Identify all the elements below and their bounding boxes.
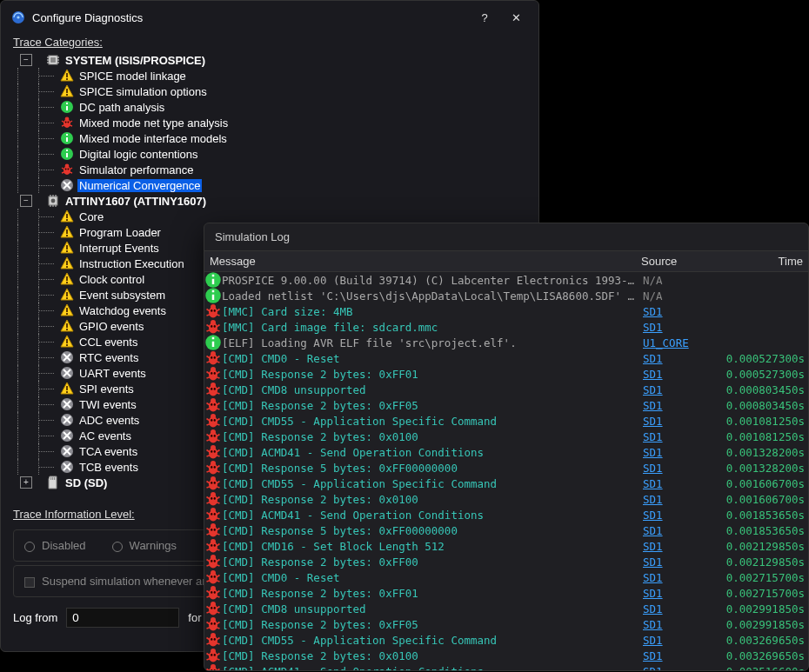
log-row[interactable]: [CMD] ACMD41 - Send Operation Conditions… <box>204 444 808 460</box>
tree-node-label: UART events <box>77 367 148 380</box>
log-row[interactable]: [CMD] CMD16 - Set Block Length 512SD10.0… <box>204 538 808 554</box>
log-source-link[interactable]: SD1 <box>643 634 663 647</box>
bug-icon <box>204 428 222 445</box>
log-message: [CMD] Response 2 bytes: 0xFF01 <box>222 587 643 600</box>
log-row[interactable]: PROSPICE 9.00.00 (Build 39714) (C) Labce… <box>204 272 808 288</box>
log-message: [CMD] Response 2 bytes: 0x0100 <box>222 430 643 443</box>
tree-node-label: CCL events <box>77 336 139 349</box>
log-col-message[interactable]: Message <box>204 251 636 271</box>
log-source-link[interactable]: SD1 <box>643 493 663 506</box>
log-row[interactable]: [ELF] Loading AVR ELF file 'src\project.… <box>204 335 808 350</box>
log-time: 0.002991850s <box>723 602 808 615</box>
tree-child[interactable]: Mixed mode net type analysis <box>6 115 533 130</box>
log-source-link[interactable]: SD1 <box>643 430 663 443</box>
simulation-log-title: Simulation Log <box>204 223 808 250</box>
log-source-link[interactable]: SD1 <box>643 462 663 475</box>
log-row[interactable]: [CMD] CMD0 - ResetSD10.000527300s <box>204 350 808 366</box>
log-row[interactable]: [CMD] Response 2 bytes: 0xFF05SD10.00299… <box>204 616 808 632</box>
log-time: 0.001081250s <box>723 415 808 428</box>
log-from-input[interactable] <box>66 608 179 628</box>
tree-child[interactable]: Digital logic contentions <box>6 146 533 162</box>
info-icon <box>204 287 222 304</box>
log-source-link[interactable]: SD1 <box>643 368 663 381</box>
log-source: SD1 <box>643 540 723 553</box>
info-icon <box>204 334 222 351</box>
tree-child[interactable]: Numerical Convergence <box>6 177 533 193</box>
log-source-link[interactable]: SD1 <box>643 524 663 537</box>
log-source-link[interactable]: SD1 <box>643 602 663 615</box>
log-row[interactable]: [CMD] Response 2 bytes: 0x0100SD10.00108… <box>204 429 808 444</box>
tree-child[interactable]: SPICE model linkage <box>6 68 533 83</box>
log-time: 0.003269650s <box>723 634 808 647</box>
tree-child[interactable]: Mixed mode interface models <box>6 130 533 146</box>
log-row[interactable]: [CMD] CMD55 - Application Specific Comma… <box>204 632 808 648</box>
log-source-link[interactable]: SD1 <box>643 649 663 662</box>
expand-toggle[interactable]: − <box>20 195 32 207</box>
log-col-source[interactable]: Source <box>636 251 716 271</box>
log-row[interactable]: [CMD] ACMD41 - Send Operation Conditions… <box>204 507 808 522</box>
log-row[interactable]: [CMD] Response 5 bytes: 0xFF00000000SD10… <box>204 460 808 476</box>
log-row[interactable]: [MMC] Card size: 4MBSD1 <box>204 303 808 319</box>
tree-parent[interactable]: −ATTINY1607 (ATTINY1607) <box>6 193 533 209</box>
log-header: Message Source Time <box>204 250 808 272</box>
log-source: SD1 <box>643 368 723 381</box>
expand-toggle[interactable]: − <box>20 54 32 66</box>
log-row[interactable]: [CMD] Response 2 bytes: 0xFF01SD10.00052… <box>204 366 808 382</box>
log-source: SD1 <box>643 665 723 671</box>
log-row[interactable]: [CMD] Response 2 bytes: 0x0100SD10.00160… <box>204 491 808 507</box>
log-row[interactable]: [CMD] Response 2 bytes: 0x0100SD10.00326… <box>204 648 808 663</box>
log-source-link[interactable]: SD1 <box>643 321 663 334</box>
log-source-link[interactable]: SD1 <box>643 352 663 365</box>
close-button[interactable]: ✕ <box>504 8 528 27</box>
bug-icon <box>204 615 222 633</box>
help-button[interactable]: ? <box>472 8 497 27</box>
log-source-link[interactable]: SD1 <box>643 446 663 459</box>
tree-node-label: DC path analysis <box>77 101 166 114</box>
tree-parent[interactable]: −SYSTEM (ISIS/PROSPICE) <box>6 52 533 68</box>
log-source-link[interactable]: SD1 <box>643 509 663 522</box>
off-icon <box>60 413 74 427</box>
log-row[interactable]: [CMD] CMD55 - Application Specific Comma… <box>204 476 808 491</box>
tree-child[interactable]: Simulator performance <box>6 162 533 177</box>
log-row[interactable]: [CMD] CMD0 - ResetSD10.002715700s <box>204 569 808 585</box>
log-source-link[interactable]: SD1 <box>643 399 663 412</box>
expand-toggle[interactable]: + <box>20 476 32 489</box>
log-row[interactable]: [CMD] ACMD41 - Send Operation Conditions… <box>204 663 808 670</box>
log-message: [CMD] CMD55 - Application Specific Comma… <box>222 634 643 647</box>
log-message: [CMD] CMD55 - Application Specific Comma… <box>222 477 643 490</box>
log-source-link[interactable]: SD1 <box>643 556 663 569</box>
log-row[interactable]: [CMD] CMD8 unsupportedSD10.000803450s <box>204 382 808 397</box>
tree-child[interactable]: DC path analysis <box>6 99 533 115</box>
log-source-link[interactable]: SD1 <box>643 571 663 584</box>
log-time: 0.000527300s <box>723 368 808 381</box>
tree-node-label: Mixed mode net type analysis <box>77 116 230 130</box>
log-row[interactable]: [CMD] CMD8 unsupportedSD10.002991850s <box>204 601 808 616</box>
log-row[interactable]: Loaded netlist 'C:\Users\djs\AppData\Loc… <box>204 288 808 303</box>
log-source-link[interactable]: SD1 <box>643 587 663 600</box>
log-row[interactable]: [MMC] Card image file: sdcard.mmcSD1 <box>204 319 808 335</box>
warn-icon <box>60 303 74 317</box>
log-source-link[interactable]: U1_CORE <box>643 336 689 349</box>
log-row[interactable]: [CMD] Response 5 bytes: 0xFF00000000SD10… <box>204 522 808 538</box>
log-source-link[interactable]: SD1 <box>643 305 663 318</box>
log-source-link[interactable]: SD1 <box>643 540 663 553</box>
log-col-time[interactable]: Time <box>716 251 808 271</box>
log-source-link[interactable]: SD1 <box>643 383 663 396</box>
log-source-link[interactable]: SD1 <box>643 477 663 490</box>
log-body[interactable]: PROSPICE 9.00.00 (Build 39714) (C) Labce… <box>204 272 808 670</box>
info-icon <box>60 100 74 114</box>
log-row[interactable]: [CMD] Response 2 bytes: 0xFF00SD10.00212… <box>204 554 808 569</box>
log-source-link[interactable]: SD1 <box>643 415 663 428</box>
log-message: [CMD] CMD0 - Reset <box>222 571 643 584</box>
log-time: 0.000803450s <box>723 383 808 396</box>
radio-disabled[interactable]: Disabled <box>24 539 86 552</box>
tree-node-label: SPI events <box>77 383 136 396</box>
log-row[interactable]: [CMD] Response 2 bytes: 0xFF01SD10.00271… <box>204 585 808 601</box>
tree-child[interactable]: SPICE simulation options <box>6 83 533 99</box>
log-row[interactable]: [CMD] Response 2 bytes: 0xFF05SD10.00080… <box>204 397 808 413</box>
log-row[interactable]: [CMD] CMD55 - Application Specific Comma… <box>204 413 808 429</box>
bug-icon <box>204 631 222 649</box>
log-source-link[interactable]: SD1 <box>643 665 663 671</box>
log-source-link[interactable]: SD1 <box>643 618 663 631</box>
radio-warnings[interactable]: Warnings <box>112 539 177 552</box>
